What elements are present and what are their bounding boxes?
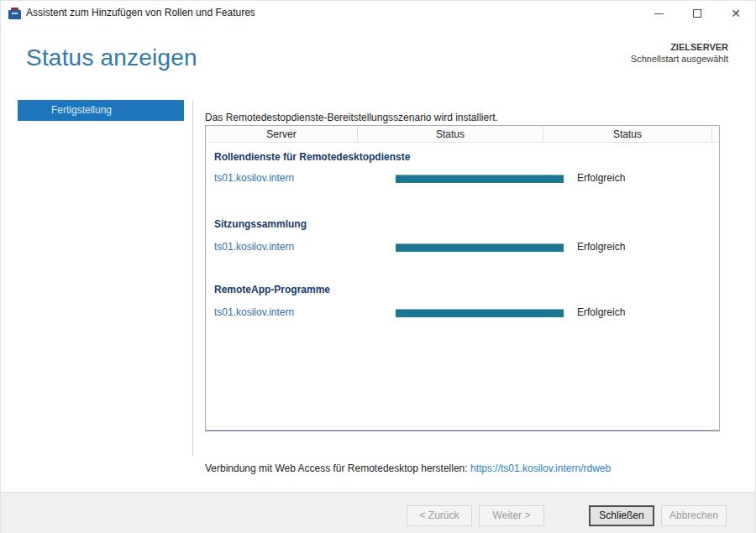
server-name: ts01.kosilov.intern	[214, 172, 294, 184]
section-heading-sitzungssammlung: Sitzungssammlung	[214, 218, 307, 230]
status-text: Erfolgreich	[577, 306, 625, 318]
column-header-status-2[interactable]: Status	[543, 126, 711, 143]
next-button[interactable]: Weiter >	[479, 505, 544, 526]
cancel-button[interactable]: Abbrechen	[661, 505, 727, 526]
progress-bar	[396, 309, 564, 317]
web-access-line: Verbindung mit Web Access für Remotedesk…	[205, 462, 611, 474]
section-heading-remoteapp: RemoteApp-Programme	[214, 284, 330, 295]
sidebar-divider	[192, 100, 193, 456]
close-button[interactable]: Schließen	[589, 505, 654, 526]
minimize-icon[interactable]	[639, 1, 678, 26]
column-separator	[357, 127, 358, 142]
section-heading-rollendienste: Rollendienste für Remotedesktopdienste	[214, 151, 410, 163]
title-bar: Assistent zum Hinzufügen von Rollen und …	[1, 1, 755, 26]
status-text: Erfolgreich	[577, 241, 625, 253]
target-server-label: ZIELSERVER	[631, 41, 728, 53]
close-icon[interactable]: ✕	[717, 1, 755, 26]
column-separator	[711, 127, 712, 142]
target-server-block: ZIELSERVER Schnellstart ausgewählt	[631, 41, 728, 65]
installation-status-message: Das Remotedestopdienste-Bereitstellungss…	[205, 112, 498, 123]
column-separator	[543, 127, 543, 142]
back-button[interactable]: < Zurück	[407, 505, 472, 526]
web-access-text: Verbindung mit Web Access für Remotedesk…	[205, 462, 468, 474]
progress-bar	[396, 175, 564, 183]
progress-bar	[396, 243, 564, 252]
maximize-icon[interactable]	[678, 1, 717, 26]
column-header-server[interactable]: Server	[206, 126, 357, 143]
server-name: ts01.kosilov.intern	[214, 241, 294, 253]
web-access-link[interactable]: https://ts01.kosilov.intern/rdweb	[470, 462, 611, 474]
server-name: ts01.kosilov.intern	[214, 306, 294, 318]
progress-table: Server Status Status Rollendienste für R…	[205, 125, 720, 431]
wizard-app-icon	[8, 8, 21, 19]
sidebar-item-fertigstellung[interactable]: Fertigstellung	[18, 100, 184, 121]
column-header-status-1[interactable]: Status	[358, 126, 543, 143]
window-controls: ✕	[639, 1, 755, 26]
window-title: Assistent zum Hinzufügen von Rollen und …	[26, 7, 255, 18]
page-title: Status anzeigen	[26, 44, 197, 71]
status-text: Erfolgreich	[577, 172, 625, 184]
wizard-window: Assistent zum Hinzufügen von Rollen und …	[0, 0, 756, 533]
table-header: Server Status Status	[206, 126, 719, 143]
footer-bar: < Zurück Weiter > Schließen Abbrechen	[1, 492, 755, 533]
target-server-value: Schnellstart ausgewählt	[631, 53, 728, 65]
